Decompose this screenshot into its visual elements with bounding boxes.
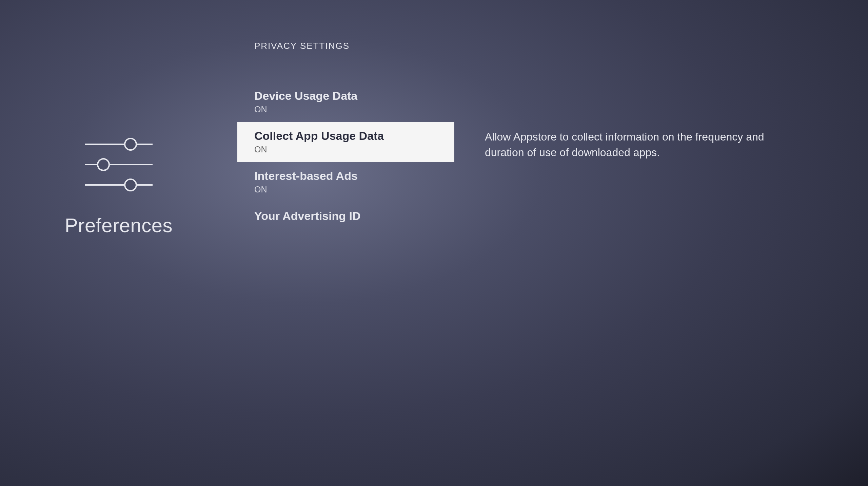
menu-item-status: ON bbox=[254, 105, 437, 114]
settings-list: PRIVACY SETTINGS Device Usage Data ON Co… bbox=[237, 0, 454, 486]
svg-point-5 bbox=[125, 179, 136, 191]
menu-item-status: ON bbox=[254, 185, 437, 194]
menu-item-your-advertising-id[interactable]: Your Advertising ID bbox=[237, 202, 454, 232]
left-panel-title: Preferences bbox=[65, 214, 173, 237]
menu-item-device-usage-data[interactable]: Device Usage Data ON bbox=[237, 82, 454, 122]
menu-item-title: Interest-based Ads bbox=[254, 169, 437, 183]
menu-item-title: Your Advertising ID bbox=[254, 209, 437, 223]
menu-item-collect-app-usage-data[interactable]: Collect App Usage Data ON bbox=[237, 122, 454, 162]
menu-item-interest-based-ads[interactable]: Interest-based Ads ON bbox=[237, 162, 454, 202]
menu-item-title: Device Usage Data bbox=[254, 89, 437, 102]
svg-point-3 bbox=[98, 159, 109, 170]
left-panel: Preferences bbox=[0, 0, 237, 486]
sliders-icon bbox=[81, 136, 156, 193]
menu-item-title: Collect App Usage Data bbox=[254, 129, 437, 143]
section-header: PRIVACY SETTINGS bbox=[237, 41, 454, 51]
description-text: Allow Appstore to collect information on… bbox=[485, 129, 773, 161]
description-panel: Allow Appstore to collect information on… bbox=[454, 0, 868, 486]
menu-item-status: ON bbox=[254, 145, 437, 154]
svg-point-1 bbox=[125, 138, 136, 150]
